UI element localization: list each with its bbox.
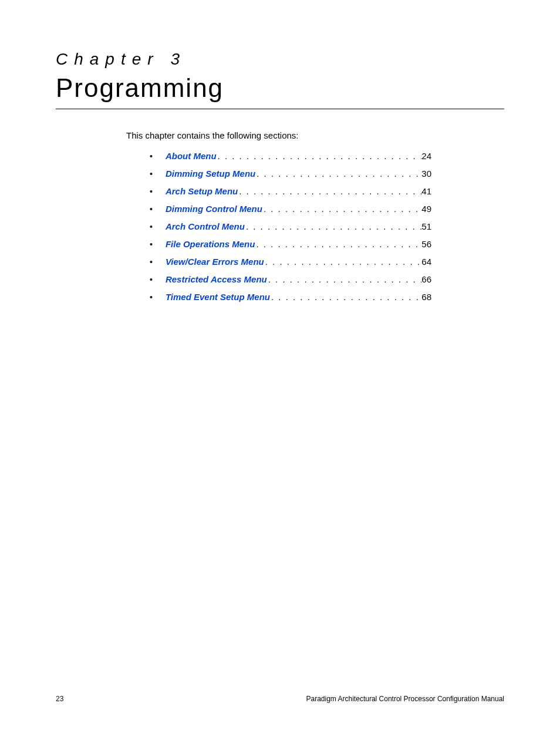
toc-page-number: 30 <box>421 169 431 179</box>
toc-item: •Dimming Setup Menu30 <box>150 169 431 179</box>
leader-dots <box>262 204 421 214</box>
toc-item: •View/Clear Errors Menu64 <box>150 257 431 267</box>
toc-page-number: 51 <box>421 221 431 232</box>
toc-list: •About Menu24•Dimming Setup Menu30•Arch … <box>150 151 431 302</box>
bullet-icon: • <box>150 222 153 232</box>
toc-page-number: 68 <box>421 292 431 302</box>
bullet-icon: • <box>150 257 153 267</box>
toc-link[interactable]: Dimming Control Menu <box>166 204 262 214</box>
leader-dots <box>245 221 421 232</box>
footer-doc-title: Paradigm Architectural Control Processor… <box>306 695 505 703</box>
page-number: 23 <box>56 695 63 703</box>
toc-link[interactable]: Restricted Access Menu <box>166 274 267 285</box>
toc-item: •Dimming Control Menu49 <box>150 204 431 214</box>
leader-dots <box>270 292 421 302</box>
toc-page-number: 64 <box>421 257 431 267</box>
toc-item: •Timed Event Setup Menu68 <box>150 292 431 302</box>
bullet-icon: • <box>150 187 153 197</box>
toc-page-number: 56 <box>421 239 431 250</box>
toc-link[interactable]: Dimming Setup Menu <box>166 169 255 179</box>
chapter-title: Programming <box>56 73 504 103</box>
page-footer: 23 Paradigm Architectural Control Proces… <box>0 695 560 703</box>
toc-item: •Arch Control Menu51 <box>150 221 431 232</box>
toc-link[interactable]: Arch Control Menu <box>166 221 245 232</box>
toc-link[interactable]: Timed Event Setup Menu <box>166 292 270 302</box>
leader-dots <box>264 257 422 267</box>
toc-link[interactable]: Arch Setup Menu <box>166 186 238 197</box>
toc-page-number: 49 <box>421 204 431 214</box>
bullet-icon: • <box>150 292 153 302</box>
leader-dots <box>255 239 421 250</box>
toc-page-number: 24 <box>421 151 431 161</box>
toc-link[interactable]: File Operations Menu <box>166 239 255 250</box>
toc-item: •File Operations Menu56 <box>150 239 431 250</box>
toc-item: •Arch Setup Menu41 <box>150 186 431 197</box>
divider <box>56 109 504 109</box>
bullet-icon: • <box>150 275 153 285</box>
leader-dots <box>255 169 421 179</box>
bullet-icon: • <box>150 169 153 179</box>
intro-text: This chapter contains the following sect… <box>126 130 504 140</box>
leader-dots <box>267 274 422 285</box>
bullet-icon: • <box>150 240 153 250</box>
toc-item: •Restricted Access Menu66 <box>150 274 431 285</box>
leader-dots <box>238 186 421 197</box>
chapter-label: Chapter 3 <box>56 50 504 69</box>
bullet-icon: • <box>150 204 153 214</box>
toc-link[interactable]: About Menu <box>166 151 217 161</box>
leader-dots <box>217 151 422 161</box>
bullet-icon: • <box>150 152 153 161</box>
toc-page-number: 66 <box>421 274 431 285</box>
toc-item: •About Menu24 <box>150 151 431 161</box>
toc-link[interactable]: View/Clear Errors Menu <box>166 257 264 267</box>
toc-page-number: 41 <box>421 186 431 197</box>
